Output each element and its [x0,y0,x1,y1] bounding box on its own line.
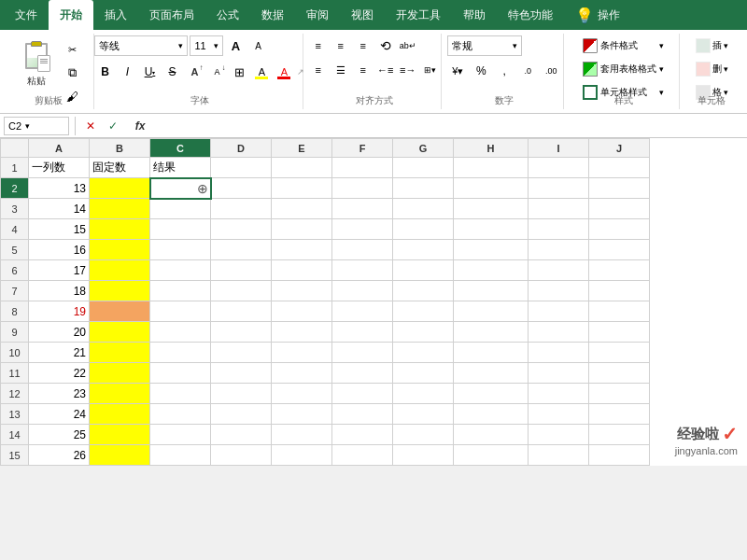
cell-I7[interactable] [529,281,589,301]
paste-button[interactable]: 粘贴 [15,35,58,91]
cell-A6[interactable]: 17 [29,260,90,281]
cell-B15[interactable] [90,445,150,466]
cell-E15[interactable] [272,445,332,466]
indent-decrease-button[interactable]: ←≡ [375,60,396,80]
cell-I2[interactable] [529,178,589,199]
table-format-button[interactable]: 套用表格格式 [600,59,656,79]
cell-E5[interactable] [272,240,332,260]
cell-A4[interactable]: 15 [29,219,90,240]
orientation-button[interactable]: ⟲ [375,35,396,56]
cell-F2[interactable] [332,178,393,199]
cell-C13[interactable] [150,404,211,425]
cell-J3[interactable] [589,199,650,219]
cell-F10[interactable] [332,343,393,363]
formula-input[interactable] [158,117,743,135]
align-bottom-button[interactable]: ≡ [353,35,374,56]
row-header-11[interactable]: 11 [1,363,29,384]
cell-J9[interactable] [589,322,650,343]
col-header-C[interactable]: C [150,139,211,158]
cell-H13[interactable] [454,404,529,425]
cell-H2[interactable] [454,178,529,199]
cell-A5[interactable]: 16 [29,240,90,260]
copy-button[interactable]: ⧉ [62,63,82,83]
cell-G8[interactable] [393,301,454,322]
row-header-15[interactable]: 15 [1,445,29,466]
row-header-14[interactable]: 14 [1,425,29,445]
cell-J13[interactable] [589,404,650,425]
cell-C11[interactable] [150,363,211,384]
tab-file[interactable]: 文件 [4,0,49,30]
cell-F9[interactable] [332,322,393,343]
cell-G9[interactable] [393,322,454,343]
cell-D1[interactable] [211,158,272,178]
cell-I10[interactable] [529,343,589,363]
row-header-13[interactable]: 13 [1,404,29,425]
col-header-G[interactable]: G [393,139,454,158]
cell-D15[interactable] [211,445,272,466]
cell-I1[interactable] [529,158,589,178]
cell-G2[interactable] [393,178,454,199]
cell-A13[interactable]: 24 [29,404,90,425]
cell-C12[interactable] [150,384,211,404]
cell-I6[interactable] [529,260,589,281]
cell-I15[interactable] [529,445,589,466]
cell-J7[interactable] [589,281,650,301]
cell-E10[interactable] [272,343,332,363]
cell-D5[interactable] [211,240,272,260]
indent-increase-button[interactable]: ≡→ [398,60,418,80]
cell-A8[interactable]: 19 [29,301,90,322]
increase-font-button[interactable]: A [225,35,246,56]
cell-G4[interactable] [393,219,454,240]
underline-button[interactable]: U ▾ [139,62,160,82]
tab-insert[interactable]: 插入 [93,0,138,30]
cell-B1[interactable]: 固定数 [90,158,150,178]
cell-F13[interactable] [332,404,393,425]
decrease-decimal-button[interactable]: .00 [541,61,561,81]
cell-J1[interactable] [589,158,650,178]
cell-E7[interactable] [272,281,332,301]
row-header-7[interactable]: 7 [1,281,29,301]
row-header-10[interactable]: 10 [1,343,29,363]
cell-I4[interactable] [529,219,589,240]
cell-I14[interactable] [529,425,589,445]
cell-H15[interactable] [454,445,529,466]
cell-B3[interactable] [90,199,150,219]
font-color-button[interactable]: A [274,62,294,82]
font-size-increase2[interactable]: A↑ [184,62,204,82]
cell-E1[interactable] [272,158,332,178]
cell-E2[interactable] [272,178,332,199]
cell-E8[interactable] [272,301,332,322]
number-format-dropdown[interactable]: 常规 ▾ [447,35,522,56]
cell-F1[interactable] [332,158,393,178]
tab-view[interactable]: 视图 [340,0,385,30]
font-size-decrease2[interactable]: A↓ [206,62,227,82]
cell-C10[interactable] [150,343,211,363]
cell-E12[interactable] [272,384,332,404]
tab-formula[interactable]: 公式 [205,0,250,30]
tab-help[interactable]: 帮助 [452,0,497,30]
tab-home[interactable]: 开始 [49,0,93,30]
cell-D9[interactable] [211,322,272,343]
cell-H3[interactable] [454,199,529,219]
cell-F3[interactable] [332,199,393,219]
cell-I9[interactable] [529,322,589,343]
cell-G15[interactable] [393,445,454,466]
percent-button[interactable]: % [471,61,491,81]
cell-B6[interactable] [90,260,150,281]
cell-D6[interactable] [211,260,272,281]
cell-C9[interactable] [150,322,211,343]
cell-C2[interactable]: ⊕ [150,178,211,199]
cell-E14[interactable] [272,425,332,445]
increase-decimal-button[interactable]: .0 [517,61,538,81]
cell-F6[interactable] [332,260,393,281]
cell-F7[interactable] [332,281,393,301]
row-header-12[interactable]: 12 [1,384,29,404]
cell-H10[interactable] [454,343,529,363]
conditional-format-button[interactable]: 条件格式 [600,35,638,56]
cell-G3[interactable] [393,199,454,219]
cell-C14[interactable] [150,425,211,445]
cell-A3[interactable]: 14 [29,199,90,219]
cell-C3[interactable] [150,199,211,219]
cell-J12[interactable] [589,384,650,404]
cell-A12[interactable]: 23 [29,384,90,404]
